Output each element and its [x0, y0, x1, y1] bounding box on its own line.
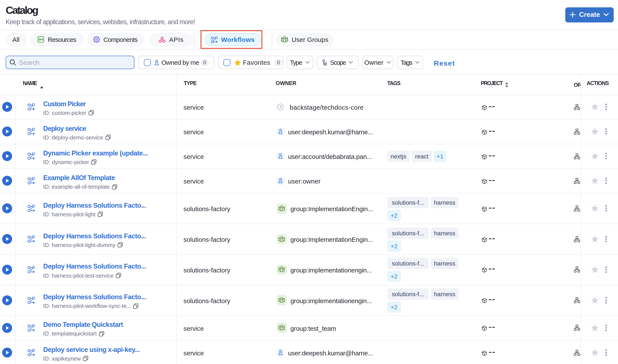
svg-text:?: ?	[279, 105, 282, 109]
